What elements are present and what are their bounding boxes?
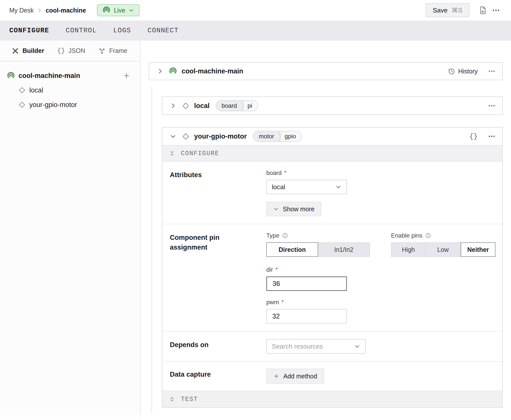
builder-tools-icon xyxy=(12,47,19,55)
machine-card-menu-button[interactable] xyxy=(488,67,496,75)
config-main-panel: cool-machine-main History xyxy=(141,41,511,420)
document-chart-icon xyxy=(478,6,487,15)
nesting-indent-line xyxy=(152,87,152,413)
enable-option-high[interactable]: High xyxy=(391,242,426,257)
plus-icon xyxy=(123,72,130,79)
save-label: Save xyxy=(433,7,447,14)
chevron-down-icon xyxy=(273,206,279,212)
enable-option-neither[interactable]: Neither xyxy=(461,242,495,257)
plus-icon xyxy=(273,373,279,379)
add-method-button[interactable]: Add method xyxy=(266,369,324,384)
tree-item-label: cool-machine-main xyxy=(19,72,122,80)
data-capture-heading: Data capture xyxy=(170,369,266,384)
local-card-menu-button[interactable] xyxy=(488,102,496,110)
depends-on-select[interactable]: Search resources xyxy=(266,339,366,354)
attributes-section: Attributes board* local Show more xyxy=(162,162,502,224)
tab-configure[interactable]: CONFIGURE xyxy=(9,27,49,34)
machine-part-icon xyxy=(169,67,177,75)
machine-report-button[interactable] xyxy=(476,4,489,17)
motor-json-button[interactable]: {} xyxy=(469,133,478,140)
board-select[interactable]: local xyxy=(266,180,347,194)
configure-section-header[interactable]: CONFIGURE xyxy=(162,145,502,162)
tree-item-machine-part[interactable]: cool-machine-main xyxy=(0,68,140,83)
pin-assignment-heading: Component pin assignment xyxy=(170,232,266,324)
add-method-label: Add method xyxy=(283,373,317,380)
required-asterisk: * xyxy=(282,298,284,306)
tree-item-label: your-gpio-motor xyxy=(29,101,131,109)
pin-assignment-section: Component pin assignment Type Direction xyxy=(162,224,502,331)
gpio-motor-card: your-gpio-motor motor gpio {} xyxy=(162,127,503,408)
local-card-title: local xyxy=(194,102,210,110)
required-asterisk: * xyxy=(284,169,286,177)
tab-logs[interactable]: LOGS xyxy=(113,27,131,34)
history-button[interactable]: History xyxy=(447,67,478,75)
resource-tree: cool-machine-main local your-gpio-motor xyxy=(0,61,140,112)
type-tag: motor xyxy=(253,131,278,141)
save-shortcut: ⌘S xyxy=(452,7,462,14)
collapse-vertical-icon xyxy=(169,151,175,156)
topbar-menu-button[interactable] xyxy=(489,4,502,17)
local-board-card: local board pi xyxy=(162,96,503,115)
show-more-button[interactable]: Show more xyxy=(266,202,321,216)
view-tab-frame[interactable]: Frame xyxy=(98,47,127,55)
add-resource-button[interactable] xyxy=(122,71,131,80)
model-tag: gpio xyxy=(281,131,301,141)
expand-vertical-icon xyxy=(169,396,175,402)
expand-local-card-button[interactable] xyxy=(169,101,177,110)
machine-config-page: My Desk cool-machine Live Save ⌘S xyxy=(0,0,511,420)
type-option-in1in2[interactable]: In1/In2 xyxy=(318,242,370,257)
json-braces-icon: {} xyxy=(57,47,65,55)
component-diamond-icon xyxy=(18,101,26,109)
breadcrumb-chevron-icon xyxy=(37,8,42,13)
chevron-right-icon xyxy=(157,68,163,74)
tab-connect[interactable]: CONNECT xyxy=(148,27,179,34)
history-label: History xyxy=(458,68,478,75)
tree-item-label: local xyxy=(29,86,131,94)
tree-item-local[interactable]: local xyxy=(0,83,140,97)
machine-part-icon xyxy=(7,72,15,80)
chevron-down-icon xyxy=(129,8,134,13)
required-asterisk: * xyxy=(276,266,278,273)
type-field-label: Type xyxy=(266,232,370,239)
test-section-header[interactable]: TEST xyxy=(162,391,502,407)
ellipsis-icon xyxy=(488,132,496,140)
tree-item-your-gpio-motor[interactable]: your-gpio-motor xyxy=(0,97,140,112)
machine-status-dropdown[interactable]: Live xyxy=(97,4,140,16)
toggle-groups-row: Type Direction In1/In2 Enable xyxy=(266,232,495,257)
pin-assignment-fields: Type Direction In1/In2 Enable xyxy=(266,232,495,324)
type-option-direction[interactable]: Direction xyxy=(266,242,318,257)
test-section-label: TEST xyxy=(181,396,198,403)
top-bar: My Desk cool-machine Live Save ⌘S xyxy=(0,0,511,21)
config-view-tabs: Builder {} JSON Frame xyxy=(0,41,140,61)
type-toggle-group: Direction In1/In2 xyxy=(266,242,370,257)
attributes-fields: board* local Show more xyxy=(266,169,495,216)
expand-machine-card-button[interactable] xyxy=(156,67,164,75)
view-tab-json[interactable]: {} JSON xyxy=(57,47,85,55)
history-clock-icon xyxy=(447,67,455,75)
ellipsis-icon xyxy=(492,6,500,15)
collapse-motor-card-button[interactable] xyxy=(169,132,177,141)
component-diamond-icon xyxy=(182,102,190,110)
pwm-field: pwm* xyxy=(266,298,495,324)
enable-pins-field: Enable pins High Low Neither xyxy=(391,232,495,257)
frame-axes-icon xyxy=(98,47,106,55)
machine-part-card-header: cool-machine-main History xyxy=(149,63,502,80)
live-broadcast-icon xyxy=(102,6,110,14)
type-field: Type Direction In1/In2 xyxy=(266,232,370,257)
info-icon[interactable] xyxy=(282,232,288,239)
dir-input[interactable] xyxy=(266,276,347,291)
content-area: Builder {} JSON Frame xyxy=(0,41,511,420)
depends-on-section: Depends on Search resources xyxy=(162,331,502,361)
view-tab-builder[interactable]: Builder xyxy=(12,47,44,55)
tab-control[interactable]: CONTROL xyxy=(66,27,97,34)
local-type-model-tag: board pi xyxy=(216,100,258,111)
motor-card-actions: {} xyxy=(469,132,496,140)
pwm-input[interactable] xyxy=(266,309,347,324)
breadcrumb-location[interactable]: My Desk xyxy=(9,7,34,14)
pwm-field-label: pwm* xyxy=(266,298,495,306)
save-button[interactable]: Save ⌘S xyxy=(426,3,469,17)
enable-option-low[interactable]: Low xyxy=(426,242,461,257)
data-capture-section: Data capture Add method xyxy=(162,361,502,391)
info-icon[interactable] xyxy=(425,232,431,239)
motor-card-menu-button[interactable] xyxy=(488,132,496,140)
